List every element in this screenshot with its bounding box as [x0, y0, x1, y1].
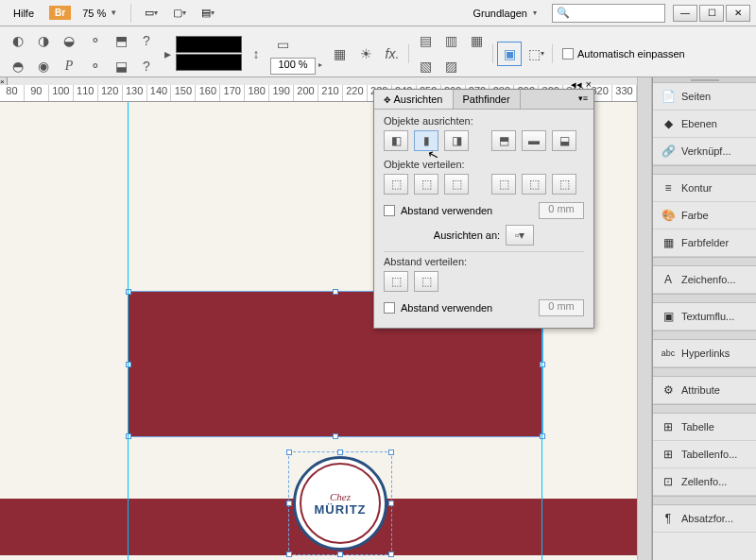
use-spacing-label: Abstand verwenden	[401, 205, 492, 216]
frame-fit-icon[interactable]: ▣	[497, 42, 522, 66]
use-spacing-label: Abstand verwenden	[401, 302, 492, 314]
tool-icon[interactable]: ⬚▾	[524, 42, 548, 66]
spacing-input[interactable]: 0 mm	[539, 299, 584, 316]
align-bottom-button[interactable]: ⬓	[552, 130, 576, 151]
distribute-spacing-button[interactable]: ⬚	[414, 271, 438, 292]
view-options-icon[interactable]: ▭▾	[141, 3, 162, 24]
tool-icon[interactable]: ▦	[327, 42, 352, 66]
control-panel: ◐ ◑ ◒ ◓ ◉ P ⚬ ⬒ ? ⚬ ⬓ ? ▸ ↕ ▭ 100 %▸ ▦ ☀…	[0, 26, 756, 77]
distribute-spacing-button[interactable]: ⬚	[384, 271, 408, 292]
document-canvas[interactable]: × 80901001101201301401501601701801902002…	[0, 77, 637, 560]
tool-icon[interactable]: ⚬	[83, 54, 108, 78]
tool-icon[interactable]: ☀	[353, 42, 378, 66]
tool-icon[interactable]: ◒	[57, 28, 81, 53]
swap-icon[interactable]: ↕	[244, 42, 268, 66]
close-button[interactable]: ✕	[726, 5, 750, 22]
tool-icon[interactable]: ◓	[6, 54, 30, 78]
fx-text-icon[interactable]: fx.	[380, 42, 404, 66]
panel-farbe[interactable]: 🎨Farbe	[653, 202, 756, 229]
help-menu[interactable]: Hilfe	[6, 6, 42, 21]
panel-hyperlinks[interactable]: abcHyperlinks	[653, 340, 756, 367]
distribute-button[interactable]: ⬚	[444, 174, 469, 195]
bridge-button[interactable]: Br	[49, 6, 71, 20]
workspace-dropdown[interactable]: Grundlagen▾	[466, 6, 545, 21]
maximize-button[interactable]: ☐	[699, 5, 724, 22]
text-wrap-icon[interactable]: ▤	[413, 28, 438, 53]
text-wrap-icon[interactable]: ▥	[438, 28, 463, 53]
tab-pathfinder[interactable]: Pathfinder	[454, 90, 521, 109]
panel-farbfelder[interactable]: ▦Farbfelder	[653, 229, 756, 257]
window-controls: — ☐ ✕	[673, 5, 750, 22]
use-spacing-checkbox[interactable]	[384, 205, 395, 216]
distribute-button[interactable]: ⬚	[552, 174, 576, 195]
distribute-button[interactable]: ⬚	[414, 174, 438, 195]
panel-zellenfo[interactable]: ⊡Zellenfo...	[653, 468, 756, 496]
align-to-label: Ausrichten an:	[434, 229, 500, 241]
stepper-icon[interactable]: ▸	[161, 42, 174, 66]
align-left-button[interactable]: ◧	[384, 130, 408, 151]
spacing-input[interactable]: 0 mm	[539, 202, 584, 219]
panel-tabellenfo[interactable]: ⊞Tabellenfo...	[653, 441, 756, 468]
panel-menu-icon[interactable]: ▾≡	[573, 90, 593, 109]
arrange-icon[interactable]: ▤▾	[198, 3, 218, 24]
distribute-button[interactable]: ⬚	[491, 174, 516, 195]
align-top-button[interactable]: ⬒	[491, 130, 516, 151]
panel-attribute[interactable]: ⚙Attribute	[653, 377, 756, 404]
autofit-checkbox[interactable]: Automatisch einpassen	[557, 48, 691, 59]
text-wrap-icon[interactable]: ▧	[413, 54, 438, 78]
distribute-button[interactable]: ⬚	[384, 174, 408, 195]
section-label: Objekte verteilen:	[384, 159, 584, 170]
panel-tabelle[interactable]: ⊞Tabelle	[653, 414, 756, 441]
panel-kontur[interactable]: ≡Kontur	[653, 175, 756, 202]
search-input[interactable]: 🔍	[552, 4, 665, 23]
top-menu-bar: Hilfe Br 75 %▼ ▭▾ ▢▾ ▤▾ Grundlagen▾ 🔍 — …	[0, 0, 756, 26]
tool-icon[interactable]: ◐	[6, 28, 30, 53]
tool-icon[interactable]: P	[57, 54, 81, 78]
align-to-dropdown[interactable]: ▫▾	[506, 225, 534, 246]
doc-tab-close[interactable]: ×	[0, 77, 8, 85]
stroke-swatch[interactable]	[176, 54, 242, 71]
section-label: Abstand verteilen:	[384, 256, 584, 267]
tool-icon[interactable]: ?	[134, 54, 159, 78]
tool-icon[interactable]: ⬒	[109, 28, 133, 53]
panel-absatzfor[interactable]: ¶Absatzfor...	[653, 505, 756, 533]
screen-mode-icon[interactable]: ▢▾	[169, 3, 190, 24]
guide[interactable]	[128, 102, 129, 560]
tool-icon[interactable]: ◑	[31, 28, 56, 53]
selection-frame	[288, 451, 392, 555]
minimize-button[interactable]: —	[673, 5, 697, 22]
tool-icon[interactable]: ◉	[31, 54, 56, 78]
use-spacing-checkbox[interactable]	[384, 302, 395, 314]
align-hcenter-button[interactable]: ▮	[414, 130, 438, 151]
tool-icon[interactable]: ⚬	[83, 28, 108, 53]
section-label: Objekte ausrichten:	[384, 115, 584, 127]
panel-ebenen[interactable]: ◆Ebenen	[653, 110, 756, 138]
text-wrap-icon[interactable]: ▨	[438, 54, 463, 78]
tool-icon[interactable]: ?	[134, 28, 159, 53]
panel-collapse-strip[interactable]	[637, 77, 652, 560]
opacity-input[interactable]: 100 %	[270, 58, 316, 75]
align-right-button[interactable]: ◨	[444, 130, 469, 151]
distribute-button[interactable]: ⬚	[522, 174, 546, 195]
text-wrap-icon[interactable]: ▦	[464, 28, 489, 53]
align-vcenter-button[interactable]: ▬	[522, 130, 546, 151]
panel-seiten[interactable]: 📄Seiten	[653, 83, 756, 110]
zoom-dropdown[interactable]: 75 %▼	[78, 6, 121, 21]
tab-align[interactable]: ✥ Ausrichten	[374, 90, 454, 109]
fill-swatch[interactable]	[176, 36, 242, 53]
fx-icon[interactable]: ▭	[270, 32, 295, 57]
tool-icon[interactable]: ⬓	[109, 54, 133, 78]
panel-textumflu[interactable]: ▣Textumflu...	[653, 303, 756, 331]
right-panel-dock: 📄Seiten ◆Ebenen 🔗Verknüpf... ≡Kontur 🎨Fa…	[652, 77, 756, 560]
panel-zeichenfo[interactable]: AZeichenfo...	[653, 266, 756, 294]
panel-verknupf[interactable]: 🔗Verknüpf...	[653, 138, 756, 165]
align-panel: ◂◂ × ✥ Ausrichten Pathfinder ▾≡ Objekte …	[373, 89, 594, 329]
